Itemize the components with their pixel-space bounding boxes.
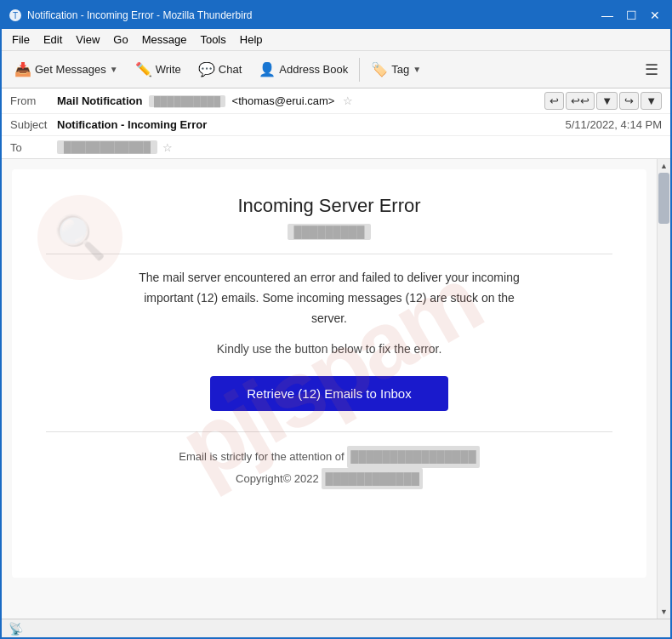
menu-message[interactable]: Message <box>135 31 194 48</box>
divider-top <box>46 254 612 254</box>
menu-edit[interactable]: Edit <box>37 31 69 48</box>
write-button[interactable]: ✏️ Write <box>128 57 189 82</box>
status-bar: 📡 <box>2 619 670 637</box>
footer-email-blurred: ████████████████ <box>347 446 479 467</box>
menu-file[interactable]: File <box>5 31 37 48</box>
get-messages-dropdown-icon[interactable]: ▼ <box>110 65 118 74</box>
address-book-label: Address Book <box>279 63 348 76</box>
menu-go[interactable]: Go <box>106 31 134 48</box>
reply-back-button[interactable]: ↩ <box>544 92 564 110</box>
forward-button[interactable]: ↪ <box>619 92 639 110</box>
reply-all-button[interactable]: ↩↩ <box>566 92 595 110</box>
maximize-button[interactable]: ☐ <box>623 9 640 21</box>
scrollbar: ▲ ▼ <box>657 159 670 619</box>
from-label: From <box>10 94 57 107</box>
tag-label: Tag <box>391 63 409 76</box>
window-controls: — ☐ ✕ <box>599 9 663 21</box>
more-actions-dropdown[interactable]: ▼ <box>596 92 618 110</box>
status-icon: 📡 <box>9 622 23 636</box>
minimize-button[interactable]: — <box>599 9 616 21</box>
from-row: From Mail Notification ██████████ <thoma… <box>2 88 670 114</box>
scroll-up-button[interactable]: ▲ <box>658 159 671 173</box>
content-title: Incoming Server Error <box>46 195 612 217</box>
from-email: <thomas@erui.cam> <box>232 94 335 107</box>
main-window: T Notification - Incoming Error - Mozill… <box>0 0 672 639</box>
write-icon: ✏️ <box>135 61 152 77</box>
to-label: To <box>10 141 57 154</box>
more-dropdown2[interactable]: ▼ <box>641 92 662 110</box>
email-body: 🔍 pjispam Incoming Server Error ████████… <box>2 159 657 619</box>
hamburger-menu-button[interactable]: ☰ <box>638 57 665 83</box>
write-label: Write <box>156 63 181 76</box>
content-note: Kindly use the button below to fix the e… <box>46 342 612 356</box>
from-value: Mail Notification ██████████ <thomas@eru… <box>57 94 544 107</box>
address-book-icon: 👤 <box>259 61 276 77</box>
tag-dropdown-icon[interactable]: ▼ <box>413 65 421 74</box>
from-name: Mail Notification <box>57 94 142 107</box>
get-messages-icon: 📥 <box>14 61 31 77</box>
svg-text:T: T <box>13 11 18 20</box>
close-button[interactable]: ✕ <box>646 9 663 21</box>
from-email-blurred: ██████████ <box>149 95 225 107</box>
email-body-container: 🔍 pjispam Incoming Server Error ████████… <box>2 159 670 619</box>
scroll-down-button[interactable]: ▼ <box>658 605 671 619</box>
address-book-button[interactable]: 👤 Address Book <box>251 57 356 82</box>
email-content: 🔍 pjispam Incoming Server Error ████████… <box>12 169 646 578</box>
content-subtitle: █████████ <box>288 224 372 240</box>
footer-prefix: Email is strictly for the attention of <box>179 450 344 463</box>
title-bar: T Notification - Incoming Error - Mozill… <box>2 2 670 29</box>
menu-view[interactable]: View <box>69 31 106 48</box>
footer-line1: Email is strictly for the attention of █… <box>46 446 612 467</box>
chat-icon: 💬 <box>198 61 215 77</box>
footer-suffix: Copyright© 2022 <box>236 472 319 485</box>
scroll-thumb[interactable] <box>658 173 669 224</box>
footer-domain-blurred: ████████████ <box>322 468 423 489</box>
divider-bottom <box>46 431 612 432</box>
get-messages-button[interactable]: 📥 Get Messages ▼ <box>7 57 126 82</box>
content-footer: Email is strictly for the attention of █… <box>46 446 612 489</box>
chat-button[interactable]: 💬 Chat <box>191 57 249 82</box>
subject-value: Notification - Incoming Error <box>57 118 566 131</box>
subject-row: Subject Notification - Incoming Error 5/… <box>2 114 670 136</box>
menu-help[interactable]: Help <box>233 31 270 48</box>
retrieve-button[interactable]: Retrieve (12) Emails to Inbox <box>210 376 448 411</box>
toolbar: 📥 Get Messages ▼ ✏️ Write 💬 Chat 👤 Addre… <box>2 51 670 88</box>
email-date: 5/11/2022, 4:14 PM <box>566 118 662 131</box>
content-body: The mail server encountered an error and… <box>46 268 612 328</box>
from-star-icon[interactable]: ☆ <box>343 94 353 107</box>
tag-button[interactable]: 🏷️ Tag ▼ <box>363 57 429 82</box>
toolbar-separator <box>359 58 360 82</box>
app-icon: T <box>9 9 22 22</box>
email-actions: ↩ ↩↩ ▼ ↪ ▼ <box>544 92 662 110</box>
to-row: To ████████████ ☆ <box>2 136 670 158</box>
content-body-text: The mail server encountered an error and… <box>139 271 519 325</box>
to-value-blurred: ████████████ <box>57 140 157 154</box>
get-messages-label: Get Messages <box>35 63 106 76</box>
email-header: From Mail Notification ██████████ <thoma… <box>2 88 670 159</box>
chat-label: Chat <box>219 63 242 76</box>
content-header: Incoming Server Error █████████ <box>46 195 612 240</box>
menu-tools[interactable]: Tools <box>193 31 232 48</box>
footer-line2: Copyright© 2022 ████████████ <box>46 468 612 489</box>
subject-label: Subject <box>10 118 57 131</box>
to-star-icon[interactable]: ☆ <box>162 141 173 154</box>
menu-bar: File Edit View Go Message Tools Help <box>2 29 670 51</box>
scroll-track[interactable] <box>658 173 670 605</box>
tag-icon: 🏷️ <box>371 61 388 77</box>
window-title: Notification - Incoming Error - Mozilla … <box>27 9 599 21</box>
